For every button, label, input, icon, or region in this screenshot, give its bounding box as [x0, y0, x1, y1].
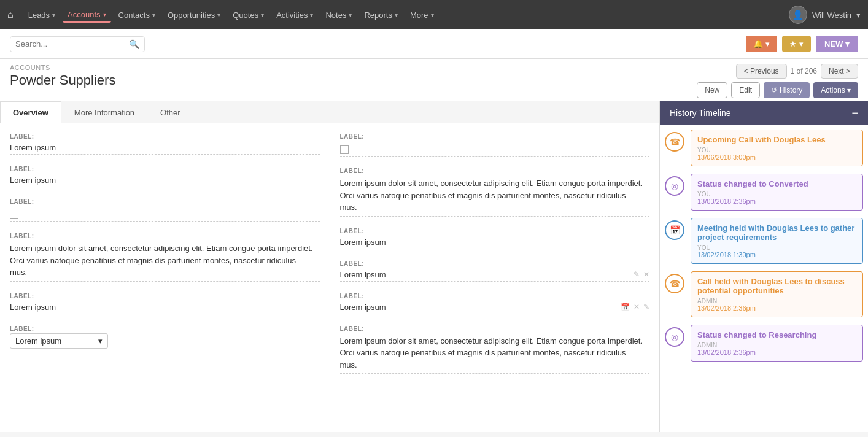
nav-item-leads[interactable]: Leads ▾ [23, 8, 60, 22]
field-value [10, 206, 320, 222]
history-card[interactable]: Meeting held with Douglas Lees to gather… [691, 218, 863, 264]
field-date-icons: 📅 ✕ ✎ [621, 303, 649, 311]
field-value [340, 141, 650, 157]
bell-icon: 🔔 [753, 39, 763, 48]
edit-icon[interactable]: ✎ [634, 270, 640, 279]
top-navigation: ⌂ Leads ▾ Accounts ▾ Contacts ▾ Opportun… [0, 0, 868, 29]
search-bar: 🔍 🔔 ▾ ★ ▾ NEW ▾ [0, 29, 868, 59]
history-who: ADMIN [697, 342, 856, 349]
field-group-right: LABEL: Lorem ipsum ✎ [340, 228, 650, 249]
new-button[interactable]: New [697, 82, 727, 98]
calendar-icon[interactable]: 📅 [621, 303, 630, 311]
search-icon: 🔍 [129, 39, 139, 49]
nav-item-opportunities[interactable]: Opportunities ▾ [163, 8, 225, 22]
tabs: Overview More Information Other [0, 101, 659, 123]
history-item-meta: YOU 13/03/2018 2:36pm [697, 191, 856, 205]
previous-button[interactable]: < Previous [736, 64, 787, 79]
history-item-meta: ADMIN 13/02/2018 2:36pm [697, 342, 856, 356]
field-group-select: LABEL: Lorem ipsum ▾ [10, 325, 320, 349]
history-card[interactable]: Status changed to Converted YOU 13/03/20… [691, 174, 863, 211]
field-value: Lorem ipsum ✎ [10, 301, 320, 314]
field-value: Lorem ipsum ✎ [10, 141, 320, 155]
field-label: LABEL: [340, 260, 650, 267]
status-icon: ◎ [665, 176, 684, 196]
page-header: ACCOUNTS Powder Suppliers < Previous 1 o… [0, 59, 868, 101]
action-row: New Edit ↺ History Actions ▾ [697, 82, 858, 98]
field-value-multiline: Lorem ipsum dolor sit amet, consectetur … [340, 176, 650, 217]
checkbox-field[interactable] [10, 211, 18, 219]
home-icon[interactable]: ⌂ [7, 9, 14, 20]
nav-item-contacts[interactable]: Contacts ▾ [114, 8, 160, 22]
field-text: Lorem ipsum [10, 303, 56, 312]
avatar: 👤 [789, 6, 807, 24]
field-label: LABEL: [340, 293, 650, 300]
field-label: LABEL: [10, 166, 320, 172]
top-action-buttons: 🔔 ▾ ★ ▾ NEW ▾ [746, 36, 858, 52]
clear-icon[interactable]: ✕ [634, 303, 640, 311]
history-item-title: Call held with Douglas Lees to discuss p… [697, 277, 856, 295]
field-group-multiline: LABEL: Lorem ipsum dolor sit amet, conse… [10, 233, 320, 282]
history-body: ☎ Upcoming Call with Douglas Lees YOU 13… [660, 125, 868, 432]
nav-item-accounts[interactable]: Accounts ▾ [63, 7, 110, 23]
right-column: LABEL: LABEL: Lorem ipsum dolor sit amet… [330, 123, 660, 432]
star-button[interactable]: ★ ▾ [782, 36, 811, 52]
tab-more-information[interactable]: More Information [61, 101, 147, 123]
history-card[interactable]: Status changed to Researching ADMIN 13/0… [691, 325, 863, 362]
history-item: ☎ Call held with Douglas Lees to discuss… [665, 271, 863, 317]
search-input[interactable] [15, 39, 129, 48]
next-button[interactable]: Next > [821, 64, 858, 79]
page-title: Powder Suppliers [10, 72, 115, 88]
nav-item-notes[interactable]: Notes ▾ [320, 8, 357, 22]
user-menu[interactable]: 👤 Will Westin ▾ [789, 6, 861, 24]
edit-icon2[interactable]: ✎ [643, 303, 649, 311]
history-item-title: Upcoming Call with Douglas Lees [697, 135, 856, 144]
user-name: Will Westin [812, 10, 851, 20]
field-group: LABEL: Lorem ipsum ✎ [10, 133, 320, 155]
history-header: History Timeline − [660, 101, 868, 125]
history-when: 13/02/2018 2:36pm [697, 304, 856, 312]
field-label: LABEL: [340, 228, 650, 234]
form-content: LABEL: Lorem ipsum ✎ LABEL: Lorem ipsum … [0, 123, 659, 432]
field-group: LABEL: Lorem ipsum ✎ [10, 166, 320, 187]
history-item-meta: YOU 13/06/2018 3:00pm [697, 147, 856, 161]
field-group: LABEL: Lorem ipsum ✎ [10, 293, 320, 314]
history-item: ☎ Upcoming Call with Douglas Lees YOU 13… [665, 130, 863, 166]
field-group-multiline-bottom: LABEL: Lorem ipsum dolor sit amet, conse… [340, 325, 650, 374]
history-panel: History Timeline − ☎ Upcoming Call with … [659, 101, 868, 432]
pagination-row: < Previous 1 of 206 Next > [736, 64, 858, 79]
history-button[interactable]: ↺ History [764, 82, 810, 98]
history-item-title: Meeting held with Douglas Lees to gather… [697, 223, 856, 242]
search-wrap[interactable]: 🔍 [10, 36, 145, 52]
nav-item-activities[interactable]: Activities ▾ [271, 8, 318, 22]
nav-item-quotes[interactable]: Quotes ▾ [228, 8, 269, 22]
history-item: ◎ Status changed to Researching ADMIN 13… [665, 325, 863, 362]
select-field[interactable]: Lorem ipsum ▾ [10, 333, 108, 349]
nav-item-more[interactable]: More ▾ [405, 8, 439, 22]
bell-button[interactable]: 🔔 ▾ [746, 36, 777, 52]
field-value: Lorem ipsum ✎ [10, 174, 320, 187]
history-who: YOU [697, 244, 856, 251]
edit-button[interactable]: Edit [731, 82, 760, 98]
history-item-title: Status changed to Researching [697, 330, 856, 339]
history-item-meta: ADMIN 13/02/2018 2:36pm [697, 298, 856, 312]
pagination-nav: < Previous 1 of 206 Next > New Edit ↺ Hi… [697, 64, 858, 98]
checkbox-field[interactable] [340, 145, 349, 154]
field-text: Lorem ipsum [340, 303, 386, 312]
history-item: ◎ Status changed to Converted YOU 13/03/… [665, 174, 863, 211]
new-top-button[interactable]: NEW ▾ [816, 36, 858, 52]
history-item-title: Status changed to Converted [697, 179, 856, 188]
history-card[interactable]: Upcoming Call with Douglas Lees YOU 13/0… [691, 130, 863, 166]
tab-overview[interactable]: Overview [0, 101, 61, 123]
tab-other[interactable]: Other [147, 101, 193, 123]
call-icon: ☎ [665, 274, 684, 293]
user-arrow: ▾ [856, 10, 861, 20]
call-icon: ☎ [665, 132, 684, 152]
collapse-history-button[interactable]: − [851, 107, 858, 118]
delete-icon[interactable]: ✕ [643, 270, 649, 279]
nav-item-reports[interactable]: Reports ▾ [359, 8, 403, 22]
history-when: 13/02/2018 2:36pm [697, 349, 856, 356]
actions-button[interactable]: Actions ▾ [813, 82, 858, 98]
history-when: 13/06/2018 3:00pm [697, 153, 856, 161]
history-card[interactable]: Call held with Douglas Lees to discuss p… [691, 271, 863, 317]
history-icon: ↺ [771, 86, 777, 95]
